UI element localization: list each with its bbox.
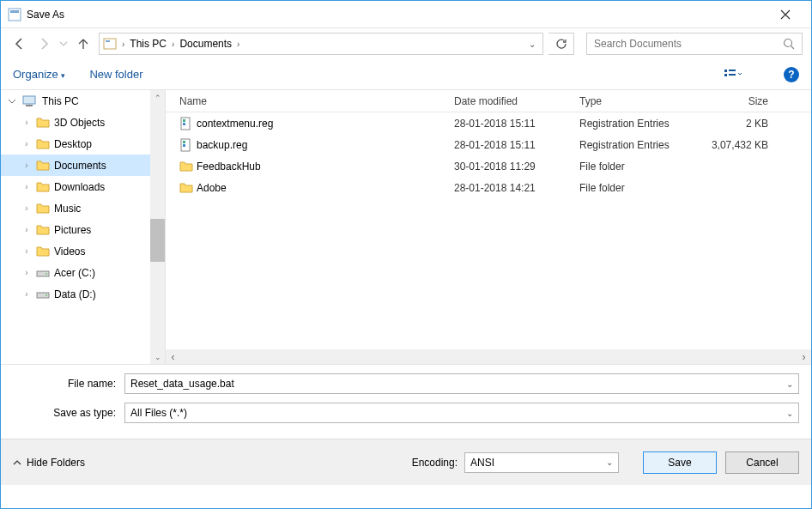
save-button[interactable]: Save (643, 451, 717, 474)
main-area: This PC ›3D Objects›Desktop›Documents›Do… (1, 90, 811, 364)
svg-rect-10 (26, 105, 33, 106)
view-options-button[interactable] (718, 64, 748, 85)
hide-folders-button[interactable]: Hide Folders (13, 457, 85, 469)
tree-root[interactable]: This PC (1, 90, 165, 112)
col-name-header[interactable]: Name (179, 95, 454, 107)
tree-item-label: Data (D:) (54, 288, 96, 300)
toolbar: Organize ▾ New folder ? (1, 59, 811, 90)
tree-item-label: Pictures (54, 224, 91, 236)
footer: Hide Folders Encoding: ANSI ⌄ Save Cance… (1, 439, 811, 485)
nav-row: › This PC › Documents › ⌄ (1, 28, 811, 59)
nav-tree: This PC ›3D Objects›Desktop›Documents›Do… (1, 90, 166, 364)
tree-item[interactable]: ›Downloads (1, 176, 165, 197)
up-button[interactable] (73, 33, 94, 54)
svg-rect-8 (729, 74, 736, 76)
pc-icon (22, 94, 38, 108)
svg-point-4 (785, 39, 792, 47)
tree-item[interactable]: ›Music (1, 197, 165, 219)
search-input[interactable] (594, 38, 783, 50)
col-date-header[interactable]: Date modified (454, 95, 579, 107)
help-button[interactable]: ? (784, 67, 799, 82)
titlebar: Save As (1, 1, 811, 28)
file-size: 2 KB (708, 118, 777, 130)
filename-label: File name: (13, 378, 124, 390)
hscroll-left[interactable]: ‹ (166, 349, 180, 364)
encoding-select[interactable]: ANSI ⌄ (464, 452, 619, 473)
tree-item[interactable]: ›Documents (1, 155, 165, 176)
file-row[interactable]: FeedbackHub30-01-2018 11:29File folder (166, 155, 811, 177)
encoding-label: Encoding: (412, 457, 458, 469)
tree-scrollbar[interactable]: ⌃ ⌄ (150, 90, 165, 364)
svg-point-14 (45, 294, 47, 296)
filename-input[interactable] (130, 378, 786, 390)
savetype-label: Save as type: (13, 407, 124, 419)
tree-item-label: Music (54, 203, 81, 215)
form-area: File name: ⌄ Save as type: All Files (*.… (1, 364, 811, 439)
horizontal-scrollbar[interactable]: ‹ › (166, 349, 811, 364)
file-date: 28-01-2018 14:21 (454, 182, 579, 194)
svg-rect-7 (724, 74, 727, 76)
tree-item-label: Downloads (54, 181, 105, 193)
file-date: 28-01-2018 15:11 (454, 139, 579, 151)
tree-item[interactable]: ›Videos (1, 240, 165, 262)
breadcrumb-item[interactable]: Documents (179, 38, 232, 50)
tree-item[interactable]: ›Pictures (1, 219, 165, 240)
svg-rect-17 (183, 123, 185, 125)
savetype-combo[interactable]: All Files (*.*) ⌄ (124, 403, 799, 423)
tree-item-label: Videos (54, 245, 85, 258)
reg-file-icon (179, 117, 197, 130)
hscroll-right[interactable]: › (797, 349, 811, 364)
tree-item-label: Documents (54, 160, 106, 172)
svg-rect-2 (104, 39, 116, 49)
col-size-header[interactable]: Size (708, 95, 777, 107)
file-row[interactable]: backup.reg28-01-2018 15:11Registration E… (166, 134, 811, 155)
address-dropdown-icon[interactable]: ⌄ (525, 39, 539, 49)
svg-point-12 (45, 273, 47, 275)
folder-icon (179, 161, 197, 173)
tree-item[interactable]: ›Desktop (1, 133, 165, 155)
file-type: File folder (579, 182, 708, 194)
cancel-button[interactable]: Cancel (725, 451, 799, 474)
tree-scroll-thumb[interactable] (150, 219, 165, 262)
svg-rect-16 (183, 119, 185, 122)
tree-root-label: This PC (42, 95, 79, 107)
chevron-down-icon: ⌄ (606, 457, 613, 467)
back-button[interactable] (9, 33, 30, 54)
file-row[interactable]: contextmenu.reg28-01-2018 15:11Registrat… (166, 112, 811, 134)
tree-item[interactable]: ›3D Objects (1, 112, 165, 133)
address-bar[interactable]: › This PC › Documents › ⌄ (99, 33, 543, 55)
recent-dropdown[interactable] (58, 33, 70, 54)
refresh-button[interactable] (548, 33, 574, 55)
tree-item-label: 3D Objects (54, 117, 105, 129)
col-type-header[interactable]: Type (579, 95, 708, 107)
svg-rect-6 (729, 70, 736, 71)
tree-item[interactable]: ›Data (D:) (1, 283, 165, 305)
file-type: File folder (579, 161, 708, 173)
column-headers[interactable]: Name Date modified Type Size (166, 90, 811, 112)
file-row[interactable]: Adobe28-01-2018 14:21File folder (166, 177, 811, 198)
tree-item-label: Desktop (54, 138, 92, 150)
document-icon (103, 38, 117, 50)
savetype-dropdown-icon[interactable]: ⌄ (786, 409, 793, 418)
search-icon (783, 38, 795, 50)
new-folder-button[interactable]: New folder (89, 68, 142, 81)
filename-dropdown-icon[interactable]: ⌄ (786, 379, 793, 389)
file-name: backup.reg (197, 139, 454, 151)
file-date: 28-01-2018 15:11 (454, 118, 579, 130)
forward-button[interactable] (33, 33, 54, 54)
close-button[interactable] (766, 2, 804, 27)
search-box[interactable] (586, 33, 803, 55)
filename-combo[interactable]: ⌄ (124, 373, 799, 394)
breadcrumb-item[interactable]: This PC (130, 38, 167, 50)
file-type: Registration Entries (579, 139, 708, 151)
svg-rect-20 (183, 144, 185, 147)
tree-item[interactable]: ›Acer (C:) (1, 262, 165, 283)
organize-button[interactable]: Organize ▾ (13, 68, 65, 81)
window-title: Save As (21, 9, 766, 21)
file-list: Name Date modified Type Size contextmenu… (166, 90, 811, 364)
folder-icon (179, 182, 197, 194)
file-size: 3,07,432 KB (708, 139, 777, 151)
svg-rect-3 (106, 40, 110, 42)
tree-item-label: Acer (C:) (54, 267, 95, 279)
app-icon (8, 8, 21, 21)
